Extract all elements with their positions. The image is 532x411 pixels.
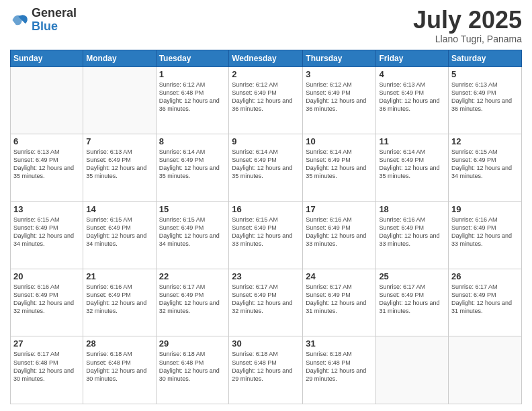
day-number: 29	[159, 338, 226, 349]
day-number: 3	[306, 69, 373, 79]
day-info: Sunrise: 6:15 AM Sunset: 6:49 PM Dayligh…	[13, 216, 80, 248]
day-number: 2	[232, 69, 300, 79]
day-info: Sunrise: 6:12 AM Sunset: 6:49 PM Dayligh…	[232, 81, 300, 113]
calendar-week-row: 13Sunrise: 6:15 AM Sunset: 6:49 PM Dayli…	[11, 201, 522, 269]
table-row: 19Sunrise: 6:16 AM Sunset: 6:49 PM Dayli…	[449, 201, 522, 269]
day-info: Sunrise: 6:17 AM Sunset: 6:49 PM Dayligh…	[232, 283, 300, 316]
table-row: 21Sunrise: 6:16 AM Sunset: 6:49 PM Dayli…	[83, 269, 156, 336]
day-info: Sunrise: 6:16 AM Sunset: 6:49 PM Dayligh…	[379, 216, 445, 248]
table-row: 1Sunrise: 6:12 AM Sunset: 6:48 PM Daylig…	[156, 66, 229, 134]
day-info: Sunrise: 6:16 AM Sunset: 6:49 PM Dayligh…	[13, 283, 80, 316]
day-number: 19	[451, 204, 519, 214]
table-row	[83, 66, 156, 134]
table-row: 10Sunrise: 6:14 AM Sunset: 6:49 PM Dayli…	[303, 134, 376, 201]
day-number: 21	[86, 271, 152, 281]
header: General Blue July 2025 Llano Tugri, Pana…	[10, 7, 522, 44]
col-monday: Monday	[83, 50, 156, 66]
day-info: Sunrise: 6:13 AM Sunset: 6:49 PM Dayligh…	[13, 148, 80, 181]
day-number: 23	[232, 271, 300, 281]
day-number: 9	[232, 136, 300, 146]
day-info: Sunrise: 6:12 AM Sunset: 6:48 PM Dayligh…	[159, 81, 226, 113]
calendar-table: Sunday Monday Tuesday Wednesday Thursday…	[10, 50, 522, 404]
table-row: 17Sunrise: 6:16 AM Sunset: 6:49 PM Dayli…	[303, 201, 376, 269]
table-row	[449, 336, 522, 404]
day-number: 20	[13, 271, 80, 281]
table-row: 12Sunrise: 6:15 AM Sunset: 6:49 PM Dayli…	[449, 134, 522, 201]
day-number: 1	[159, 69, 226, 79]
day-info: Sunrise: 6:16 AM Sunset: 6:49 PM Dayligh…	[86, 283, 152, 316]
day-info: Sunrise: 6:15 AM Sunset: 6:49 PM Dayligh…	[232, 216, 300, 248]
logo-blue-text: Blue	[32, 20, 77, 34]
day-info: Sunrise: 6:16 AM Sunset: 6:49 PM Dayligh…	[306, 216, 373, 248]
day-number: 6	[13, 136, 80, 146]
day-info: Sunrise: 6:17 AM Sunset: 6:49 PM Dayligh…	[379, 283, 445, 316]
day-info: Sunrise: 6:13 AM Sunset: 6:49 PM Dayligh…	[379, 81, 445, 113]
table-row: 30Sunrise: 6:18 AM Sunset: 6:48 PM Dayli…	[229, 336, 303, 404]
calendar-header-row: Sunday Monday Tuesday Wednesday Thursday…	[11, 50, 522, 66]
table-row: 28Sunrise: 6:18 AM Sunset: 6:48 PM Dayli…	[83, 336, 156, 404]
col-wednesday: Wednesday	[229, 50, 303, 66]
day-number: 18	[379, 204, 445, 214]
table-row: 23Sunrise: 6:17 AM Sunset: 6:49 PM Dayli…	[229, 269, 303, 336]
table-row: 8Sunrise: 6:14 AM Sunset: 6:49 PM Daylig…	[156, 134, 229, 201]
table-row: 24Sunrise: 6:17 AM Sunset: 6:49 PM Dayli…	[303, 269, 376, 336]
col-sunday: Sunday	[11, 50, 83, 66]
col-saturday: Saturday	[449, 50, 522, 66]
day-info: Sunrise: 6:15 AM Sunset: 6:49 PM Dayligh…	[451, 148, 519, 181]
col-tuesday: Tuesday	[156, 50, 229, 66]
day-number: 12	[451, 136, 519, 146]
day-info: Sunrise: 6:13 AM Sunset: 6:49 PM Dayligh…	[86, 148, 152, 181]
table-row: 5Sunrise: 6:13 AM Sunset: 6:49 PM Daylig…	[449, 66, 522, 134]
col-friday: Friday	[376, 50, 449, 66]
table-row: 27Sunrise: 6:17 AM Sunset: 6:48 PM Dayli…	[11, 336, 83, 404]
day-number: 28	[86, 338, 152, 349]
logo-general-text: General	[32, 7, 77, 20]
table-row: 7Sunrise: 6:13 AM Sunset: 6:49 PM Daylig…	[83, 134, 156, 201]
day-number: 24	[306, 271, 373, 281]
day-info: Sunrise: 6:18 AM Sunset: 6:48 PM Dayligh…	[159, 350, 226, 383]
calendar-week-row: 1Sunrise: 6:12 AM Sunset: 6:48 PM Daylig…	[11, 66, 522, 134]
logo: General Blue	[10, 7, 77, 34]
month-title: July 2025	[413, 7, 522, 34]
day-info: Sunrise: 6:14 AM Sunset: 6:49 PM Dayligh…	[232, 148, 300, 181]
day-number: 16	[232, 204, 300, 214]
day-number: 13	[13, 204, 80, 214]
table-row: 11Sunrise: 6:14 AM Sunset: 6:49 PM Dayli…	[376, 134, 449, 201]
day-number: 27	[13, 338, 80, 349]
table-row: 15Sunrise: 6:15 AM Sunset: 6:49 PM Dayli…	[156, 201, 229, 269]
table-row: 2Sunrise: 6:12 AM Sunset: 6:49 PM Daylig…	[229, 66, 303, 134]
table-row: 25Sunrise: 6:17 AM Sunset: 6:49 PM Dayli…	[376, 269, 449, 336]
table-row	[11, 66, 83, 134]
day-info: Sunrise: 6:17 AM Sunset: 6:49 PM Dayligh…	[306, 283, 373, 316]
day-info: Sunrise: 6:13 AM Sunset: 6:49 PM Dayligh…	[451, 81, 519, 113]
day-number: 4	[379, 69, 445, 79]
table-row: 4Sunrise: 6:13 AM Sunset: 6:49 PM Daylig…	[376, 66, 449, 134]
day-info: Sunrise: 6:18 AM Sunset: 6:48 PM Dayligh…	[232, 350, 300, 383]
table-row: 14Sunrise: 6:15 AM Sunset: 6:49 PM Dayli…	[83, 201, 156, 269]
day-number: 5	[451, 69, 519, 79]
day-info: Sunrise: 6:14 AM Sunset: 6:49 PM Dayligh…	[306, 148, 373, 181]
day-info: Sunrise: 6:15 AM Sunset: 6:49 PM Dayligh…	[86, 216, 152, 248]
logo-text: General Blue	[32, 7, 77, 34]
col-thursday: Thursday	[303, 50, 376, 66]
day-info: Sunrise: 6:15 AM Sunset: 6:49 PM Dayligh…	[159, 216, 226, 248]
day-info: Sunrise: 6:16 AM Sunset: 6:49 PM Dayligh…	[451, 216, 519, 248]
day-info: Sunrise: 6:18 AM Sunset: 6:48 PM Dayligh…	[86, 350, 152, 383]
day-info: Sunrise: 6:17 AM Sunset: 6:49 PM Dayligh…	[451, 283, 519, 316]
day-info: Sunrise: 6:14 AM Sunset: 6:49 PM Dayligh…	[379, 148, 445, 181]
table-row: 22Sunrise: 6:17 AM Sunset: 6:49 PM Dayli…	[156, 269, 229, 336]
calendar-week-row: 27Sunrise: 6:17 AM Sunset: 6:48 PM Dayli…	[11, 336, 522, 404]
title-block: July 2025 Llano Tugri, Panama	[413, 7, 522, 44]
day-info: Sunrise: 6:17 AM Sunset: 6:49 PM Dayligh…	[159, 283, 226, 316]
table-row: 20Sunrise: 6:16 AM Sunset: 6:49 PM Dayli…	[11, 269, 83, 336]
table-row: 6Sunrise: 6:13 AM Sunset: 6:49 PM Daylig…	[11, 134, 83, 201]
day-number: 25	[379, 271, 445, 281]
day-number: 11	[379, 136, 445, 146]
day-info: Sunrise: 6:14 AM Sunset: 6:49 PM Dayligh…	[159, 148, 226, 181]
calendar-week-row: 6Sunrise: 6:13 AM Sunset: 6:49 PM Daylig…	[11, 134, 522, 201]
day-info: Sunrise: 6:17 AM Sunset: 6:48 PM Dayligh…	[13, 350, 80, 383]
day-number: 14	[86, 204, 152, 214]
day-number: 26	[451, 271, 519, 281]
table-row	[376, 336, 449, 404]
table-row: 13Sunrise: 6:15 AM Sunset: 6:49 PM Dayli…	[11, 201, 83, 269]
